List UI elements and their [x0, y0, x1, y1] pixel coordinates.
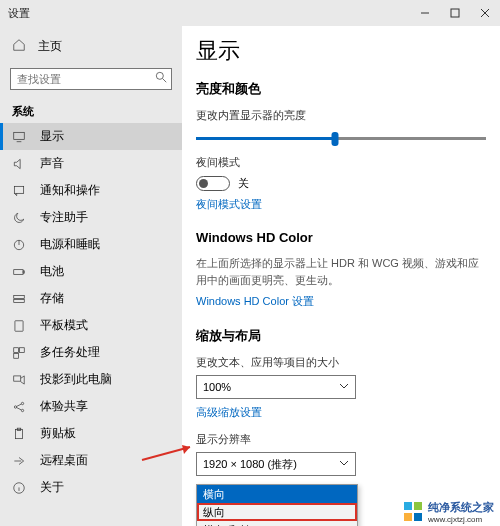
sidebar-home-label: 主页 — [38, 38, 62, 55]
window-title: 设置 — [8, 6, 30, 21]
minimize-button[interactable] — [410, 0, 440, 26]
scale-value: 100% — [203, 381, 231, 393]
sidebar-item-label: 电源和睡眠 — [40, 236, 100, 253]
nightlight-toggle[interactable] — [196, 176, 230, 191]
titlebar: 设置 — [0, 0, 500, 26]
svg-rect-8 — [14, 186, 23, 193]
storage-icon — [12, 292, 26, 306]
notifications-icon — [12, 184, 26, 198]
hdr-hint: 在上面所选择的显示器上让 HDR 和 WCG 视频、游戏和应用中的画面更明亮、更… — [196, 255, 486, 288]
search-input[interactable] — [10, 68, 172, 90]
hdr-heading: Windows HD Color — [196, 230, 486, 245]
svg-point-4 — [156, 72, 163, 79]
chevron-down-icon — [339, 458, 349, 470]
svg-point-21 — [21, 402, 23, 404]
sidebar-item-battery[interactable]: 电池 — [0, 258, 182, 285]
svg-rect-18 — [14, 353, 19, 358]
watermark-text: 纯净系统之家 — [428, 500, 494, 515]
sidebar-item-label: 投影到此电脑 — [40, 371, 112, 388]
sidebar-item-power[interactable]: 电源和睡眠 — [0, 231, 182, 258]
nightlight-settings-link[interactable]: 夜间模式设置 — [196, 197, 486, 212]
sidebar-item-label: 多任务处理 — [40, 344, 100, 361]
svg-rect-6 — [14, 132, 25, 139]
remote-icon — [12, 454, 26, 468]
search-box[interactable] — [10, 68, 172, 90]
speaker-icon — [12, 157, 26, 171]
scale-label: 更改文本、应用等项目的大小 — [196, 355, 486, 370]
sidebar-item-notifications[interactable]: 通知和操作 — [0, 177, 182, 204]
svg-point-22 — [21, 409, 23, 411]
sidebar-group-label: 系统 — [0, 98, 182, 123]
sidebar-item-project[interactable]: 投影到此电脑 — [0, 366, 182, 393]
power-icon — [12, 238, 26, 252]
sidebar-item-display[interactable]: 显示 — [0, 123, 182, 150]
svg-line-5 — [163, 79, 167, 83]
sidebar-item-storage[interactable]: 存储 — [0, 285, 182, 312]
tablet-icon — [12, 319, 26, 333]
orientation-option-landscape-flipped[interactable]: 横向(翻转) — [197, 521, 357, 526]
content-pane: 显示 亮度和颜色 更改内置显示器的亮度 夜间模式 关 夜间模式设置 Window… — [182, 26, 500, 526]
orientation-option-landscape[interactable]: 横向 — [197, 485, 357, 503]
svg-rect-19 — [14, 375, 21, 380]
sidebar-item-label: 平板模式 — [40, 317, 88, 334]
chevron-down-icon — [339, 381, 349, 393]
scale-dropdown[interactable]: 100% — [196, 375, 356, 399]
brightness-slider[interactable] — [196, 129, 486, 147]
svg-rect-13 — [14, 295, 25, 298]
resolution-value: 1920 × 1080 (推荐) — [203, 457, 297, 472]
section-brightness: 亮度和颜色 更改内置显示器的亮度 夜间模式 关 夜间模式设置 — [196, 80, 486, 212]
sidebar-item-label: 剪贴板 — [40, 425, 76, 442]
monitor-icon — [12, 130, 26, 144]
hdr-settings-link[interactable]: Windows HD Color 设置 — [196, 294, 486, 309]
annotation-arrow — [140, 442, 200, 464]
svg-rect-12 — [23, 270, 24, 272]
sidebar-home[interactable]: 主页 — [0, 32, 182, 60]
section-scale: 缩放与布局 更改文本、应用等项目的大小 100% 高级缩放设置 显示分辨率 19… — [196, 327, 486, 526]
svg-line-30 — [142, 447, 190, 460]
clipboard-icon — [12, 427, 26, 441]
watermark-url: www.cjxtzj.com — [428, 515, 494, 524]
info-icon — [12, 481, 26, 495]
page-title: 显示 — [196, 36, 486, 66]
sidebar-item-label: 电池 — [40, 263, 64, 280]
sidebar-item-about[interactable]: 关于 — [0, 474, 182, 501]
sidebar-item-label: 体验共享 — [40, 398, 88, 415]
sidebar-item-multitask[interactable]: 多任务处理 — [0, 339, 182, 366]
svg-rect-1 — [451, 9, 459, 17]
brightness-slider-label: 更改内置显示器的亮度 — [196, 108, 486, 123]
sidebar-item-sound[interactable]: 声音 — [0, 150, 182, 177]
svg-line-24 — [17, 407, 22, 409]
orientation-option-portrait[interactable]: 纵向 — [197, 503, 357, 521]
sidebar-item-shared[interactable]: 体验共享 — [0, 393, 182, 420]
orientation-dropdown[interactable]: 横向 横向 纵向 横向(翻转) 纵向(翻转) — [196, 508, 356, 526]
search-icon — [154, 70, 168, 88]
battery-icon — [12, 265, 26, 279]
sidebar-item-label: 声音 — [40, 155, 64, 172]
watermark: 纯净系统之家 www.cjxtzj.com — [402, 500, 496, 524]
home-icon — [12, 38, 26, 55]
resolution-dropdown[interactable]: 1920 × 1080 (推荐) — [196, 452, 356, 476]
svg-rect-15 — [15, 320, 23, 331]
sidebar-item-focus[interactable]: 专注助手 — [0, 204, 182, 231]
sidebar-item-label: 存储 — [40, 290, 64, 307]
svg-rect-16 — [14, 347, 19, 352]
scale-heading: 缩放与布局 — [196, 327, 486, 345]
brightness-heading: 亮度和颜色 — [196, 80, 486, 98]
nightlight-label: 夜间模式 — [196, 155, 486, 170]
project-icon — [12, 373, 26, 387]
minimize-icon — [420, 8, 430, 18]
maximize-button[interactable] — [440, 0, 470, 26]
advanced-scale-link[interactable]: 高级缩放设置 — [196, 405, 486, 420]
slider-thumb[interactable] — [332, 132, 339, 146]
svg-rect-14 — [14, 299, 25, 302]
close-icon — [480, 8, 490, 18]
sidebar-item-label: 专注助手 — [40, 209, 88, 226]
sidebar-item-label: 显示 — [40, 128, 64, 145]
sidebar-item-label: 远程桌面 — [40, 452, 88, 469]
section-hdr: Windows HD Color 在上面所选择的显示器上让 HDR 和 WCG … — [196, 230, 486, 309]
nightlight-state: 关 — [238, 176, 249, 191]
shared-icon — [12, 400, 26, 414]
resolution-label: 显示分辨率 — [196, 432, 486, 447]
close-button[interactable] — [470, 0, 500, 26]
sidebar-item-tablet[interactable]: 平板模式 — [0, 312, 182, 339]
